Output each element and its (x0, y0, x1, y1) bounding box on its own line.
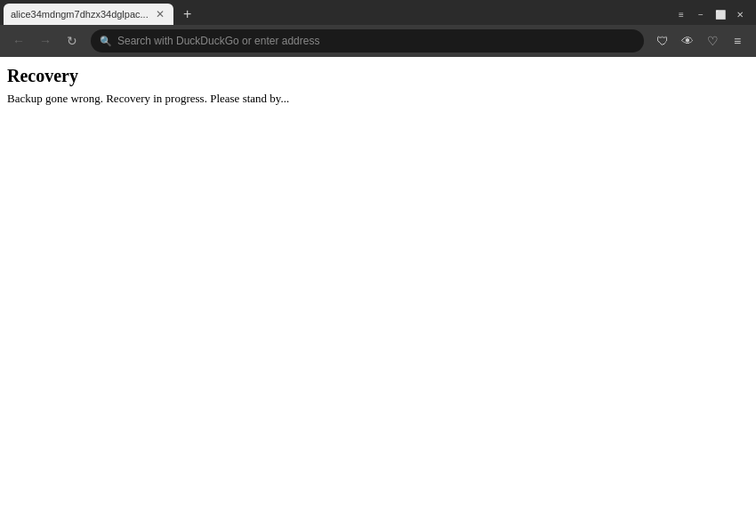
toolbar: ← → ↻ 🔍 🛡 👁 ♡ ≡ (0, 25, 756, 57)
search-icon: 🔍 (100, 36, 112, 47)
toolbar-actions: 🛡 👁 ♡ ≡ (651, 29, 749, 52)
page-content: Recovery Backup gone wrong. Recovery in … (0, 57, 756, 532)
forward-button[interactable]: → (34, 29, 57, 52)
close-button[interactable]: ✕ (731, 5, 749, 23)
eye-button[interactable]: 👁 (676, 29, 699, 52)
page-title: Recovery (7, 66, 749, 86)
minimize-button[interactable]: − (692, 5, 710, 23)
shield-button[interactable]: 🛡 (651, 29, 674, 52)
address-bar[interactable]: 🔍 (91, 29, 644, 52)
address-input[interactable] (117, 35, 635, 47)
window-controls: ≡ − ⬜ ✕ (672, 5, 752, 23)
reload-icon: ↻ (67, 34, 77, 48)
menu-button[interactable]: ≡ (726, 29, 749, 52)
browser-chrome: alice34mdngm7dhzx34dglpac... ✕ + ≡ − ⬜ ✕… (0, 0, 756, 57)
eye-icon: 👁 (681, 34, 694, 48)
tab-title: alice34mdngm7dhzx34dglpac... (11, 9, 149, 20)
reload-button[interactable]: ↻ (60, 29, 84, 52)
forward-icon: → (39, 34, 52, 48)
restore-button[interactable]: ⬜ (712, 5, 729, 23)
tab-bar: alice34mdngm7dhzx34dglpac... ✕ + ≡ − ⬜ ✕ (0, 0, 756, 25)
page-body: Backup gone wrong. Recovery in progress.… (7, 92, 749, 106)
back-icon: ← (12, 34, 25, 48)
active-tab[interactable]: alice34mdngm7dhzx34dglpac... ✕ (4, 4, 173, 25)
hamburger-icon: ≡ (734, 34, 741, 48)
new-tab-button[interactable]: + (177, 4, 198, 25)
back-button[interactable]: ← (7, 29, 30, 52)
favorites-button[interactable]: ♡ (701, 29, 724, 52)
list-icon[interactable]: ≡ (672, 5, 690, 23)
heart-icon: ♡ (707, 34, 719, 48)
tab-close-icon[interactable]: ✕ (154, 8, 166, 20)
shield-icon: 🛡 (656, 34, 669, 48)
